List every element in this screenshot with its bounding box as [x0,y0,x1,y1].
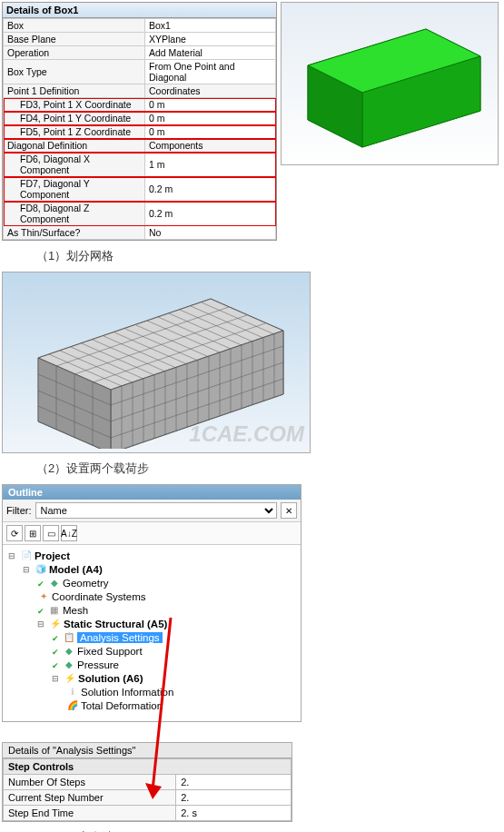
tree-structural[interactable]: Static Structural (A5) [64,619,167,629]
tree-item[interactable]: Pressure [52,658,297,671]
model-icon [35,563,46,575]
watermark: 1CAE.COM [189,421,304,447]
tree-solution[interactable]: Solution (A6) [78,673,143,684]
analysis-settings-title: Details of "Analysis Settings" [3,743,292,758]
tree-project[interactable]: Project [35,550,70,561]
caption-1: （1）划分网格 [0,243,504,270]
tree-item[interactable]: Mesh [37,603,297,617]
collapse-icon[interactable]: ▭ [43,525,59,541]
refresh-icon[interactable]: ⟳ [6,525,23,541]
filter-label: Filter: [6,505,32,516]
tree-item[interactable]: Geometry [37,576,297,589]
box1-isometric-view[interactable] [281,2,499,165]
project-icon [20,550,32,561]
details-box1-panel: Details of Box1 BoxBox1Base PlaneXYPlane… [2,2,277,241]
tree-item[interactable]: Fixed Support [52,644,297,658]
structural-icon [49,618,61,629]
tree-model[interactable]: Model (A4) [49,564,103,575]
tree-item[interactable]: Total Deformation [66,698,297,712]
analysis-settings-panel: Details of "Analysis Settings" Step Cont… [2,742,292,822]
meshed-box-view[interactable]: 1CAE.COM [2,272,311,453]
filter-row: Filter: Name ✕ [3,500,301,522]
step-controls-table: Step Controls Number Of Steps2.Current S… [3,758,292,821]
step-controls-header: Step Controls [4,759,292,775]
tree-item[interactable]: Solution Information [66,685,297,698]
filter-select[interactable]: Name [35,502,278,519]
outline-title: Outline [3,485,301,500]
solution-icon [64,672,75,684]
tree-item[interactable]: Analysis Settings [52,630,297,644]
outline-tree[interactable]: Project Model (A4) GeometryCoordinate Sy… [3,545,301,721]
sort-icon[interactable]: A↓Z [61,525,77,541]
filter-clear-icon[interactable]: ✕ [281,502,297,519]
caption-3: （3）固定左端 [0,824,504,832]
caption-2: （2）设置两个载荷步 [0,455,504,482]
outline-panel: Outline Filter: Name ✕ ⟳ ⊞ ▭ A↓Z Project… [2,484,301,722]
expand-icon[interactable]: ⊞ [25,525,41,541]
details-box1-title: Details of Box1 [3,3,276,18]
box1-property-table: BoxBox1Base PlaneXYPlaneOperationAdd Mat… [3,18,276,240]
tree-item[interactable]: Coordinate Systems [37,589,297,603]
